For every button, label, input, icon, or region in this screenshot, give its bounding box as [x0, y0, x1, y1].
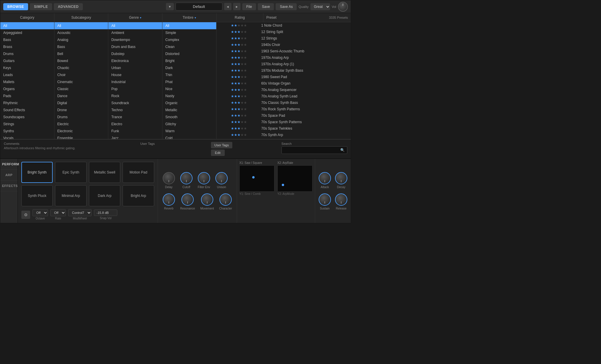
- list-item[interactable]: Cold: [162, 135, 216, 139]
- list-item[interactable]: Phat: [162, 78, 216, 85]
- list-item[interactable]: Bright: [162, 57, 216, 64]
- list-item[interactable]: Complex: [162, 36, 216, 43]
- list-item[interactable]: Electric: [54, 121, 108, 128]
- list-item[interactable]: Soundscapes: [0, 114, 54, 121]
- cutoff-knob[interactable]: [180, 172, 193, 184]
- preset-dropdown-arrow[interactable]: ▾: [166, 3, 174, 10]
- sustain-knob[interactable]: [319, 193, 331, 206]
- quality-select[interactable]: Great: [310, 3, 330, 10]
- list-item[interactable]: Techno: [108, 107, 162, 114]
- sidebar-item-effects[interactable]: EFFECTS: [0, 181, 18, 191]
- gear-button[interactable]: ⚙: [21, 211, 30, 219]
- reverb-knob[interactable]: [163, 193, 175, 206]
- preset-row[interactable]: ★★★★★ 1940s Choir: [217, 42, 351, 48]
- list-item[interactable]: Digital: [54, 99, 108, 107]
- rate-dropdown[interactable]: Off: [50, 209, 66, 216]
- vol-knob[interactable]: [338, 2, 348, 12]
- preset-row[interactable]: ★★★★★ 1970s Modular Synth Bass: [217, 67, 351, 74]
- resonance-knob[interactable]: [181, 193, 194, 206]
- list-item[interactable]: Mallets: [0, 78, 54, 85]
- pad-dark-arp[interactable]: Dark Arp: [89, 185, 120, 206]
- list-item[interactable]: Nice: [162, 85, 216, 92]
- preset-row[interactable]: ★★★★★ 1970s Analog Arp (1): [217, 61, 351, 67]
- filter-env-knob[interactable]: [198, 172, 210, 184]
- release-knob[interactable]: [335, 193, 347, 206]
- list-item[interactable]: Drum and Bass: [108, 43, 162, 50]
- preset-row[interactable]: ★★★★★ 1970s Analog Arp: [217, 54, 351, 61]
- preset-row[interactable]: ★★★★★ 70s Space Synth Patterns: [217, 119, 351, 125]
- tab-advanced[interactable]: ADVANCED: [54, 3, 83, 10]
- list-item[interactable]: Funk: [108, 128, 162, 135]
- prev-preset-btn[interactable]: ◂: [224, 3, 231, 10]
- list-item[interactable]: Pads: [0, 92, 54, 99]
- attack-knob[interactable]: [319, 172, 331, 184]
- search-input[interactable]: [284, 148, 340, 152]
- delay-knob[interactable]: [163, 172, 175, 184]
- preset-row[interactable]: ★★★★★ 70s Classic Synth Bass: [217, 99, 351, 106]
- list-item[interactable]: Trance: [108, 114, 162, 121]
- list-item[interactable]: Dubstep: [108, 50, 162, 57]
- xy-pad1[interactable]: [239, 165, 274, 192]
- pad-epic-synth[interactable]: Epic Synth: [55, 162, 86, 183]
- decay-knob[interactable]: [335, 172, 347, 184]
- xy-pad2[interactable]: [277, 165, 312, 192]
- list-item[interactable]: Distorted: [162, 50, 216, 57]
- snap-vol-input[interactable]: [94, 210, 117, 216]
- pad-bright-arp[interactable]: Bright Arp: [123, 185, 154, 206]
- modwheel-dropdown[interactable]: Control7: [68, 209, 92, 216]
- preset-row[interactable]: ★★★★★ 70s Space Twinkles: [217, 125, 351, 132]
- list-item[interactable]: Ambient: [108, 29, 162, 36]
- sidebar-item-arp[interactable]: ARP: [0, 170, 18, 181]
- genre-item-all[interactable]: All: [108, 22, 162, 29]
- list-item[interactable]: Sound Effects: [0, 107, 54, 114]
- user-tags-button[interactable]: User Tags: [211, 142, 232, 148]
- list-item[interactable]: Dark: [162, 64, 216, 71]
- preset-row[interactable]: ★★★★★ 1980 Sweet Pad: [217, 74, 351, 80]
- list-item[interactable]: Clean: [162, 43, 216, 50]
- list-item[interactable]: Bass: [0, 36, 54, 43]
- list-item[interactable]: Guitars: [0, 57, 54, 64]
- list-item[interactable]: Downtempo: [108, 36, 162, 43]
- list-item[interactable]: Classic: [54, 85, 108, 92]
- timbre-dropdown-icon[interactable]: ▾: [195, 16, 196, 19]
- list-item[interactable]: Simple: [162, 29, 216, 36]
- list-item[interactable]: Smooth: [162, 114, 216, 121]
- list-item[interactable]: Keys: [0, 64, 54, 71]
- list-item[interactable]: Acoustic: [54, 29, 108, 36]
- list-item[interactable]: Pop: [108, 85, 162, 92]
- list-item[interactable]: Analog: [54, 36, 108, 43]
- list-item[interactable]: Organs: [0, 85, 54, 92]
- list-item[interactable]: Bowed: [54, 57, 108, 64]
- octave-dropdown[interactable]: Off: [32, 209, 48, 216]
- edit-button[interactable]: Edit: [211, 150, 225, 156]
- list-item[interactable]: Urban: [108, 64, 162, 71]
- list-item[interactable]: Leads: [0, 71, 54, 78]
- pad-metallic-swell[interactable]: Metallic Swell: [89, 162, 120, 183]
- save-as-btn[interactable]: Save As: [276, 3, 297, 10]
- list-item[interactable]: Choir: [54, 71, 108, 78]
- list-item[interactable]: Brass: [0, 43, 54, 50]
- list-item[interactable]: Synths: [0, 128, 54, 135]
- tab-browse[interactable]: BROWSE: [3, 3, 28, 10]
- category-item-all[interactable]: All: [0, 22, 54, 29]
- list-item[interactable]: Vocals: [0, 135, 54, 139]
- list-item[interactable]: Soundtrack: [108, 99, 162, 107]
- preset-row[interactable]: ★★★★★ 12 Strings: [217, 35, 351, 42]
- list-item[interactable]: Jazz: [108, 135, 162, 139]
- list-item[interactable]: Bell: [54, 50, 108, 57]
- list-item[interactable]: Cinematic: [54, 78, 108, 85]
- next-preset-btn[interactable]: ▸: [233, 3, 241, 10]
- file-btn[interactable]: File: [242, 3, 256, 10]
- list-item[interactable]: Warm: [162, 128, 216, 135]
- list-item[interactable]: Thin: [162, 71, 216, 78]
- pad-motion-pad[interactable]: Motion Pad: [123, 162, 154, 183]
- list-item[interactable]: Bass: [54, 43, 108, 50]
- save-btn[interactable]: Save: [258, 3, 274, 10]
- timbre-item-all[interactable]: All: [162, 22, 216, 29]
- pad-bright-synth[interactable]: Bright Synth: [21, 162, 53, 183]
- subcategory-item-all[interactable]: All: [54, 22, 108, 29]
- sidebar-item-perform[interactable]: PERFORM: [0, 159, 18, 170]
- list-item[interactable]: Industrial: [108, 78, 162, 85]
- list-item[interactable]: Drone: [54, 107, 108, 114]
- search-box[interactable]: 🔍: [281, 146, 347, 154]
